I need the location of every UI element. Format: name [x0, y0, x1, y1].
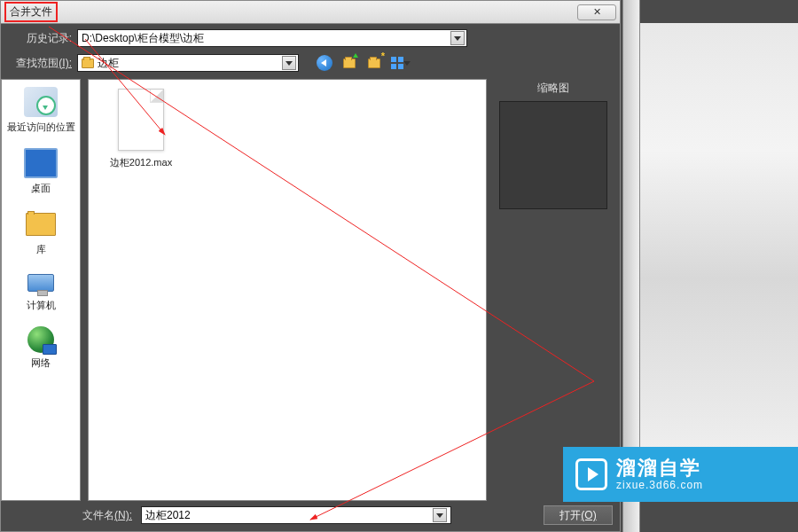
close-icon: ✕: [593, 6, 601, 18]
preview-title: 缩略图: [537, 81, 569, 96]
sidebar-item-library[interactable]: 库: [2, 209, 80, 256]
library-icon: [24, 209, 58, 239]
chevron-down-icon: [433, 508, 447, 522]
file-thumb-icon: [118, 89, 164, 151]
open-button[interactable]: 打开(O): [544, 505, 613, 525]
watermark-url: zixue.3d66.com: [616, 480, 703, 492]
history-label: 历史记录:: [8, 31, 72, 46]
sidebar-item-desktop[interactable]: 桌面: [2, 148, 80, 195]
scope-value: 边柜: [98, 56, 278, 71]
dialog-title: 合并文件: [4, 2, 58, 22]
sidebar-item-network[interactable]: 网络: [2, 326, 80, 370]
chevron-down-icon: [403, 61, 411, 66]
chevron-down-icon: [450, 31, 465, 45]
dialog-body: 最近访问的位置 桌面 库 计算机 网络 边柜2012.max: [1, 74, 620, 501]
recent-places-icon: [24, 87, 58, 117]
places-sidebar: 最近访问的位置 桌面 库 计算机 网络: [1, 79, 81, 501]
sidebar-item-recent[interactable]: 最近访问的位置: [2, 87, 80, 134]
preview-pane: 缩略图: [494, 79, 613, 501]
sidebar-item-computer[interactable]: 计算机: [2, 270, 80, 312]
scope-combo[interactable]: 边柜: [77, 54, 299, 72]
filename-input[interactable]: 边柜2012: [141, 506, 451, 524]
computer-icon: [27, 270, 55, 295]
chevron-down-icon: [282, 56, 296, 70]
play-icon: [575, 458, 607, 490]
close-button[interactable]: ✕: [577, 4, 616, 20]
new-folder-icon[interactable]: [366, 55, 382, 71]
file-list-pane[interactable]: 边柜2012.max: [88, 79, 487, 501]
grid-icon: [391, 57, 403, 69]
watermark-title: 溜溜自学: [616, 457, 703, 479]
scope-row: 查找范围(I): 边柜: [1, 49, 620, 74]
thumbnail-preview: [499, 101, 607, 209]
network-icon: [27, 326, 54, 353]
history-combo[interactable]: D:\Desktop\柜台模型\边柜: [77, 29, 467, 47]
filename-value: 边柜2012: [145, 508, 191, 523]
file-name-label: 边柜2012.max: [110, 156, 172, 169]
dialog-footer: 文件名(N): 边柜2012 打开(O): [1, 501, 620, 531]
view-mode-button[interactable]: [391, 55, 411, 71]
history-value: D:\Desktop\柜台模型\边柜: [82, 31, 204, 46]
folder-icon: [82, 59, 94, 68]
scope-label: 查找范围(I):: [8, 56, 72, 71]
folder-up-icon[interactable]: [341, 55, 357, 71]
merge-file-dialog: 合并文件 ✕ 历史记录: D:\Desktop\柜台模型\边柜 查找范围(I):…: [0, 0, 621, 532]
desktop-icon: [24, 148, 58, 178]
watermark: 溜溜自学 zixue.3d66.com: [563, 447, 798, 502]
back-icon[interactable]: [317, 55, 332, 71]
filename-label: 文件名(N):: [8, 508, 132, 523]
dialog-titlebar: 合并文件 ✕: [1, 1, 620, 24]
folder-toolbar: [317, 55, 411, 71]
history-row: 历史记录: D:\Desktop\柜台模型\边柜: [1, 24, 620, 49]
background-app: [640, 23, 798, 449]
file-item[interactable]: 边柜2012.max: [98, 89, 184, 169]
